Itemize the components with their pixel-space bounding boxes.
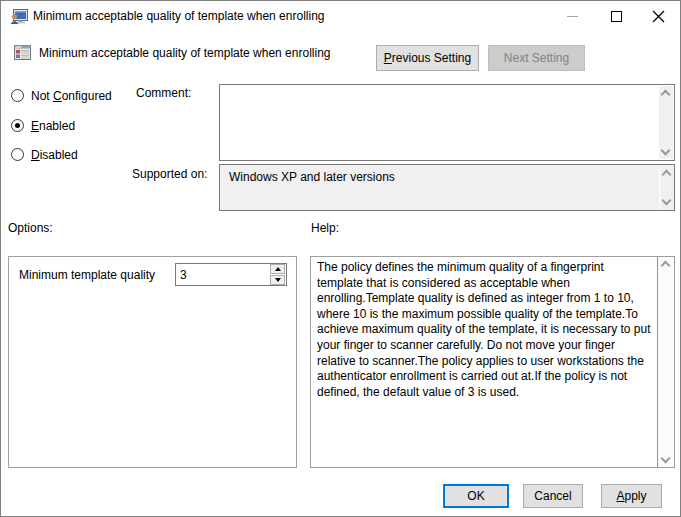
help-panel: The policy defines the minimum quality o… — [310, 256, 675, 468]
close-button[interactable] — [638, 1, 678, 32]
help-section-label: Help: — [311, 221, 339, 235]
options-panel: Minimum template quality — [8, 256, 297, 468]
scroll-up-icon — [661, 90, 671, 100]
maximize-icon — [611, 11, 622, 22]
previous-setting-button[interactable]: Previous Setting — [376, 45, 479, 71]
supported-on-value: Windows XP and later versions — [229, 170, 395, 184]
spin-down-button[interactable] — [270, 275, 285, 285]
setting-name: Minimum acceptable quality of template w… — [39, 46, 331, 60]
spin-buttons — [269, 264, 286, 285]
comment-scrollbar[interactable] — [659, 86, 673, 159]
radio-circle — [11, 89, 24, 102]
radio-label: Not Configured — [31, 89, 112, 103]
radio-disabled[interactable]: Disabled — [11, 147, 78, 162]
supported-on-label: Supported on: — [132, 167, 207, 181]
spin-up-button[interactable] — [270, 264, 285, 274]
scroll-down-icon — [661, 146, 671, 156]
scroll-down-icon — [662, 196, 672, 206]
help-text[interactable]: The policy defines the minimum quality o… — [317, 260, 652, 400]
quality-input[interactable] — [176, 264, 268, 285]
radio-label: Disabled — [31, 148, 78, 162]
supported-scrollbar — [659, 166, 673, 209]
radio-enabled[interactable]: Enabled — [11, 118, 75, 133]
comment-input[interactable] — [220, 85, 658, 160]
maximize-button[interactable] — [596, 1, 636, 32]
apply-button[interactable]: Apply — [601, 484, 662, 508]
radio-circle — [11, 148, 24, 161]
ok-button[interactable]: OK — [443, 484, 509, 508]
options-section-label: Options: — [8, 221, 53, 235]
spin-down-icon — [275, 278, 281, 282]
policy-setting-icon — [13, 43, 32, 62]
scroll-up-icon — [662, 170, 672, 180]
cancel-button[interactable]: Cancel — [523, 484, 583, 508]
policy-setting-dialog: Minimum acceptable quality of template w… — [0, 0, 681, 517]
quality-label: Minimum template quality — [19, 268, 155, 282]
scroll-up-icon — [661, 261, 671, 271]
title-bar[interactable]: Minimum acceptable quality of template w… — [1, 1, 680, 32]
comment-box — [219, 84, 675, 161]
help-scrollbar[interactable] — [657, 257, 674, 467]
group-policy-app-icon — [9, 7, 29, 27]
scroll-down-icon — [661, 454, 671, 464]
quality-spinner — [175, 263, 287, 286]
minimize-icon — [567, 16, 578, 17]
close-icon — [652, 10, 665, 23]
comment-label: Comment: — [136, 86, 191, 100]
window-title: Minimum acceptable quality of template w… — [33, 1, 325, 32]
supported-on-box: Windows XP and later versions — [219, 164, 675, 211]
radio-circle-checked — [11, 119, 24, 132]
radio-not-configured[interactable]: Not Configured — [11, 88, 112, 103]
spin-up-icon — [275, 267, 281, 271]
next-setting-button[interactable]: Next Setting — [488, 45, 585, 71]
minimize-button[interactable] — [552, 1, 592, 32]
radio-label: Enabled — [31, 119, 75, 133]
